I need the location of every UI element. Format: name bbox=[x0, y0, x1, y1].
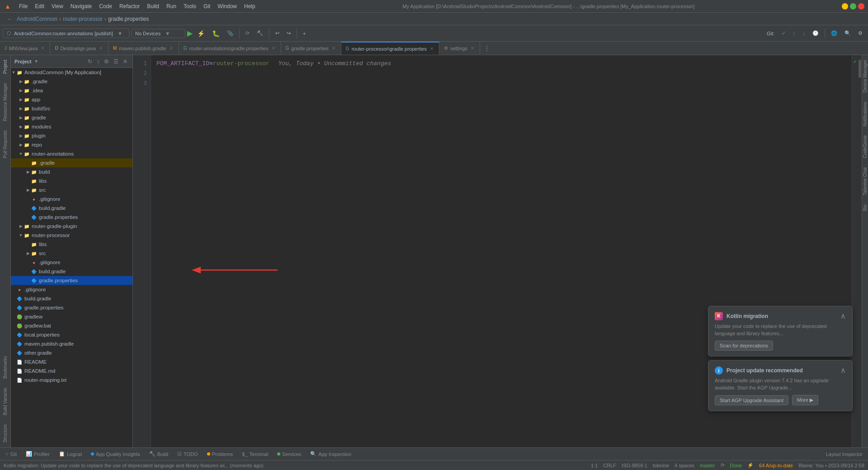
panel-icon-settings[interactable]: ⚙ bbox=[103, 58, 110, 65]
build-button[interactable]: 🔨 bbox=[254, 29, 266, 38]
tree-item-7[interactable]: ▶📁plugin bbox=[11, 131, 132, 140]
panel-icon-refresh[interactable]: ↻ bbox=[86, 58, 94, 65]
tree-item-27[interactable]: 🟢gradlew bbox=[11, 312, 132, 321]
bottom-tab-terminal[interactable]: $_ Terminal bbox=[240, 448, 270, 460]
menu-code[interactable]: Code bbox=[95, 1, 116, 11]
attach-debugger[interactable]: 📎 bbox=[224, 29, 236, 38]
menu-refactor[interactable]: Refactor bbox=[116, 1, 143, 11]
debug-button[interactable]: 🐛 bbox=[209, 28, 222, 38]
breadcrumb-android-common[interactable]: AndroidCommon bbox=[17, 16, 57, 22]
tab-mnview[interactable]: J MNView.java ✕ bbox=[0, 42, 50, 55]
tree-item-12[interactable]: 📁libs bbox=[11, 176, 132, 185]
tree-item-8[interactable]: ▶📁repo bbox=[11, 140, 132, 149]
menu-git[interactable]: Git bbox=[200, 1, 214, 11]
tree-item-34[interactable]: 📄router-mapping.txt bbox=[11, 375, 132, 385]
git-pull[interactable]: ↓ bbox=[800, 29, 808, 38]
search-button[interactable]: 🔍 bbox=[842, 29, 854, 38]
tab-close-dest[interactable]: ✕ bbox=[98, 45, 104, 51]
vertical-scrollbar[interactable] bbox=[858, 55, 862, 447]
redo-button[interactable]: ↪ bbox=[284, 29, 293, 38]
status-position[interactable]: 1:1 bbox=[591, 463, 598, 468]
tree-item-11[interactable]: ▶📁build bbox=[11, 167, 132, 176]
tree-item-2[interactable]: ▶📁.idea bbox=[11, 86, 132, 95]
tree-item-18[interactable]: ▼📁router-processor bbox=[11, 231, 132, 240]
right-label-codegenie[interactable]: CodeGenie bbox=[862, 131, 868, 163]
menu-tools[interactable]: Tools bbox=[180, 1, 200, 11]
menu-view[interactable]: View bbox=[48, 1, 67, 11]
back-button[interactable]: ← bbox=[5, 15, 15, 23]
tree-item-33[interactable]: 📄README.md bbox=[11, 366, 132, 375]
run-with-coverage[interactable]: ⚡ bbox=[194, 28, 208, 38]
more-button[interactable]: More ▶ bbox=[792, 395, 818, 405]
tab-close-settings[interactable]: ✕ bbox=[470, 45, 475, 51]
scrollbar-thumb[interactable] bbox=[859, 60, 861, 78]
git-history[interactable]: 🕐 bbox=[810, 29, 821, 38]
tab-close-maven[interactable]: ✕ bbox=[169, 45, 174, 51]
bottom-tab-profiler[interactable]: 📊 Profiler bbox=[24, 448, 52, 460]
bottom-tab-git[interactable]: ⑂ Git bbox=[4, 448, 19, 460]
tab-destinatign[interactable]: D Destinatign.java ✕ bbox=[50, 42, 108, 55]
menu-window[interactable]: Window bbox=[214, 1, 241, 11]
panel-icon-collapse[interactable]: ↕ bbox=[95, 58, 101, 65]
tree-container[interactable]: ▼📁AndroidCommon [My Application]▶📁.gradl… bbox=[11, 68, 132, 447]
tree-item-16[interactable]: 🔷gradle.properties bbox=[11, 213, 132, 222]
bottom-tab-todo[interactable]: ☑ TODO bbox=[175, 448, 200, 460]
kotlin-expand-button[interactable]: ∧ bbox=[840, 312, 846, 320]
panel-icon-close[interactable]: ✕ bbox=[122, 58, 129, 65]
breadcrumb-router-processor[interactable]: router-processor bbox=[63, 16, 103, 22]
bottom-tab-problems[interactable]: Problems bbox=[205, 448, 235, 460]
sidebar-label-structure[interactable]: Structure bbox=[1, 420, 9, 447]
project-dropdown-arrow[interactable]: ▼ bbox=[34, 59, 38, 64]
tree-item-24[interactable]: ●.gitignore bbox=[11, 285, 132, 294]
tab-router-annotations-gradle[interactable]: G router-annotations\gradle.properties ✕ bbox=[179, 42, 281, 55]
tree-item-3[interactable]: ▶📁app bbox=[11, 95, 132, 104]
translate-button[interactable]: 🌐 bbox=[828, 29, 840, 38]
status-branch[interactable]: master bbox=[700, 463, 715, 468]
tab-gradle-properties[interactable]: G gradle.properties ✕ bbox=[281, 42, 341, 55]
bottom-tab-services[interactable]: Services bbox=[275, 448, 303, 460]
bottom-tab-app-inspection[interactable]: 🔍 App Inspection bbox=[308, 448, 353, 460]
tabs-more-button[interactable]: ⋮ bbox=[480, 42, 494, 55]
status-indent[interactable]: tobnine bbox=[653, 463, 669, 468]
tree-item-13[interactable]: ▶📁src bbox=[11, 185, 132, 195]
run-button[interactable]: ▶ bbox=[187, 29, 193, 38]
run-config-dropdown[interactable]: ⬡ AndroidCommon:router-annotations [publ… bbox=[3, 28, 129, 38]
panel-icon-menu[interactable]: ☰ bbox=[112, 58, 120, 65]
status-spaces[interactable]: 4 spaces bbox=[675, 463, 694, 468]
minimize-button[interactable]: − bbox=[842, 3, 848, 9]
menu-build[interactable]: Build bbox=[143, 1, 163, 11]
bottom-tab-build[interactable]: 🔨 Build bbox=[147, 448, 170, 460]
sidebar-label-bookmarks[interactable]: Bookmarks bbox=[1, 351, 9, 383]
tree-item-14[interactable]: ●.gitignore bbox=[11, 195, 132, 204]
tree-item-9[interactable]: ▼📁router-annotations bbox=[11, 149, 132, 158]
status-warning-msg[interactable]: Kotlin migration: Update your code to re… bbox=[4, 463, 264, 468]
tab-close-mnview[interactable]: ✕ bbox=[40, 45, 45, 51]
sidebar-label-pull-requests[interactable]: Pull Requests bbox=[1, 126, 9, 163]
sidebar-label-resource-manager[interactable]: Resource Manager bbox=[1, 78, 9, 126]
undo-button[interactable]: ↩ bbox=[273, 29, 282, 38]
sidebar-label-build-variants[interactable]: Build Variants bbox=[1, 383, 9, 420]
kotlin-scan-button[interactable]: Scan for deprecations bbox=[715, 341, 773, 351]
tab-maven[interactable]: M maven.publish.gradle ✕ bbox=[108, 42, 179, 55]
tree-item-23[interactable]: 🔷gradle.properties bbox=[11, 276, 132, 285]
right-label-bio[interactable]: Bio bbox=[862, 200, 868, 215]
tree-item-0[interactable]: ▼📁AndroidCommon [My Application] bbox=[11, 68, 132, 77]
menu-file[interactable]: File bbox=[15, 1, 31, 11]
tree-item-21[interactable]: ●.gitignore bbox=[11, 258, 132, 267]
tree-item-4[interactable]: ▶📁buildSrc bbox=[11, 104, 132, 113]
tree-item-22[interactable]: 🔷build.gradle bbox=[11, 267, 132, 276]
tab-close-router-proc[interactable]: ✕ bbox=[429, 46, 434, 52]
tree-item-1[interactable]: ▶📁.gradle bbox=[11, 77, 132, 86]
status-encoding[interactable]: CRLF bbox=[603, 463, 616, 468]
add-config-button[interactable]: + bbox=[300, 29, 308, 38]
tree-item-17[interactable]: ▶📁router-gradle-plugin bbox=[11, 222, 132, 231]
menu-navigate[interactable]: Navigate bbox=[67, 1, 95, 11]
tree-item-25[interactable]: 🔷build.gradle bbox=[11, 294, 132, 303]
status-blame[interactable]: Blame: You • 2023-09/16 2:58 bbox=[798, 463, 864, 468]
bottom-tab-logcat[interactable]: 📋 Logcat bbox=[57, 448, 84, 460]
close-button[interactable]: ✕ bbox=[858, 3, 864, 9]
right-label-notifications[interactable]: Notifications bbox=[862, 97, 868, 131]
menu-help[interactable]: Help bbox=[241, 1, 259, 11]
tab-close-gradle-props[interactable]: ✕ bbox=[331, 45, 336, 51]
tab-close-router-annot[interactable]: ✕ bbox=[271, 45, 276, 51]
